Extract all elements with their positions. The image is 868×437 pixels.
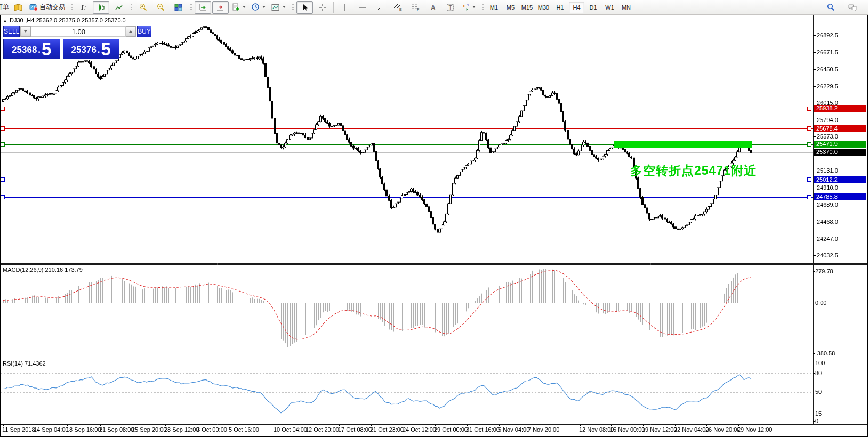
price-axis-label: 26450.5 (817, 66, 838, 72)
price-axis-label: 26671.5 (817, 49, 838, 55)
bar-chart-icon (80, 4, 87, 11)
price-tag-25938.2: 25938.2 (814, 105, 866, 112)
chevron-down-icon[interactable] (472, 6, 476, 9)
timeframe-m30-button[interactable]: M30 (536, 2, 551, 13)
equidistant-channel-button[interactable]: E (389, 1, 406, 14)
candlestick-icon (98, 4, 105, 11)
text-tool-icon: A (429, 4, 437, 11)
chat-icon (848, 4, 858, 11)
indicators-button[interactable] (269, 1, 288, 14)
buy-price-big-digit: 5 (101, 42, 111, 57)
macd-axis-label: -380.58 (815, 350, 835, 357)
toolbar-grip (190, 3, 192, 12)
profiles-button[interactable] (250, 1, 268, 14)
time-axis-label: 11 Sep 2018 (2, 426, 35, 433)
text-label-button[interactable]: T (442, 1, 459, 14)
macd-label: MACD(12,26,9) 210.16 173.79 (3, 266, 83, 273)
time-axis-label: 12 Oct 20:00 (306, 426, 339, 433)
chart-window: ▲ DJ30-,H4 25362.0 25375.0 25357.0 25370… (0, 15, 868, 437)
volume-increase-button[interactable] (126, 26, 136, 37)
auto-scroll-button[interactable] (195, 1, 211, 14)
price-axis-label: 24689.0 (817, 201, 838, 208)
cursor-button[interactable] (296, 1, 313, 14)
zoom-in-button[interactable] (135, 1, 151, 14)
buy-button[interactable]: BUY (137, 26, 151, 37)
cursor-arrow-icon (301, 4, 309, 11)
rsi-axis-label: 0 (815, 418, 818, 424)
line-chart-button[interactable] (110, 1, 127, 14)
autotrading-button[interactable]: 自动交易 (27, 1, 67, 14)
volume-decrease-button[interactable] (21, 26, 31, 37)
crosshair-button[interactable] (314, 1, 331, 14)
chart-shift-button[interactable] (212, 1, 229, 14)
rsi-label: RSI(14) 71.4362 (3, 360, 46, 367)
time-axis-label: 25 Sep 20:00 (132, 426, 166, 433)
chevron-down-icon[interactable] (262, 6, 266, 9)
price-axis-label: 25794.0 (817, 117, 838, 123)
sell-price-main: 25368 (12, 43, 37, 57)
bar-chart-button[interactable] (75, 1, 92, 14)
price-tag-25678.4: 25678.4 (814, 125, 866, 132)
timeframe-mn-button[interactable]: MN (618, 2, 634, 13)
search-button[interactable] (823, 1, 839, 14)
line-chart-icon (115, 4, 123, 11)
sell-price-button[interactable]: 25368.5 (3, 39, 60, 59)
tile-windows-button[interactable] (170, 1, 187, 14)
price-axis-label: 24468.0 (817, 218, 838, 225)
horizontal-line-button[interactable] (354, 1, 371, 14)
timeframe-m5-button[interactable]: M5 (503, 2, 518, 13)
fibonacci-button[interactable]: F (407, 1, 423, 14)
time-axis-label: 15 Nov 00:00 (610, 426, 645, 433)
time-axis-label: 26 Nov 20:00 (705, 426, 740, 433)
timeframe-h1-button[interactable]: H1 (552, 2, 568, 13)
collapse-triangle-icon[interactable]: ▲ (3, 19, 7, 22)
timeframe-w1-button[interactable]: W1 (602, 2, 617, 13)
chevron-down-icon[interactable] (243, 6, 246, 9)
price-chart-canvas[interactable] (1, 15, 867, 436)
time-axis-label: 29 Oct 00:00 (434, 426, 468, 433)
timeframe-m1-button[interactable]: M1 (486, 2, 502, 13)
toolbar-grip (292, 3, 294, 12)
rsi-axis-label: 100 (815, 360, 825, 366)
buy-price-button[interactable]: 25376.5 (63, 39, 120, 59)
vertical-line-button[interactable] (336, 1, 353, 14)
zoom-out-icon (157, 3, 165, 11)
auto-scroll-icon (199, 4, 207, 11)
timeframe-h4-button[interactable]: H4 (569, 2, 584, 13)
new-chart-button[interactable] (230, 1, 248, 14)
trade-panel-price-row: 25368.5 25376.5 (3, 39, 119, 59)
fibonacci-icon: F (411, 3, 420, 11)
timeframe-m15-button[interactable]: M15 (519, 2, 535, 13)
time-axis-label: 7 Nov 20:00 (528, 426, 559, 433)
toolbar: 订单 自动交易 (0, 0, 868, 15)
chat-button[interactable] (845, 1, 861, 14)
volume-input[interactable] (31, 26, 126, 37)
time-axis-label: 22 Nov 04:00 (674, 426, 709, 433)
timeframe-d1-button[interactable]: D1 (585, 2, 601, 13)
time-axis-label: 31 Oct 16:00 (466, 426, 500, 433)
chart-title-text: DJ30-,H4 25362.0 25375.0 25357.0 25370.0 (10, 17, 126, 23)
rsi-axis-label: 15 (815, 410, 822, 417)
buy-price-main: 25376 (71, 43, 97, 57)
chart-title: ▲ DJ30-,H4 25362.0 25375.0 25357.0 25370… (3, 17, 126, 23)
candlestick-chart-button[interactable] (93, 1, 109, 14)
chart-annotation-text[interactable]: 多空转折点25471附近 (630, 163, 757, 179)
crosshair-icon (319, 4, 326, 11)
autotrading-icon (29, 4, 38, 11)
time-axis-label: 24 Oct 12:00 (403, 426, 436, 433)
arrows-button[interactable] (460, 1, 478, 14)
sell-button[interactable]: SELL (3, 26, 20, 37)
chevron-down-icon[interactable] (283, 6, 286, 9)
zoom-out-button[interactable] (152, 1, 169, 14)
search-icon (827, 3, 835, 11)
new-order-button[interactable]: 订单 (0, 3, 9, 12)
time-axis-label: 10 Oct 04:00 (274, 426, 307, 433)
time-axis-label: 17 Oct 08:00 (338, 426, 372, 433)
text-button[interactable]: A (424, 1, 441, 14)
trendline-button[interactable] (372, 1, 388, 14)
vertical-line-icon (342, 4, 348, 11)
clock-icon (252, 3, 260, 11)
tile-windows-icon (174, 4, 182, 11)
arrows-icon (462, 4, 470, 11)
book-icon[interactable] (10, 1, 26, 14)
